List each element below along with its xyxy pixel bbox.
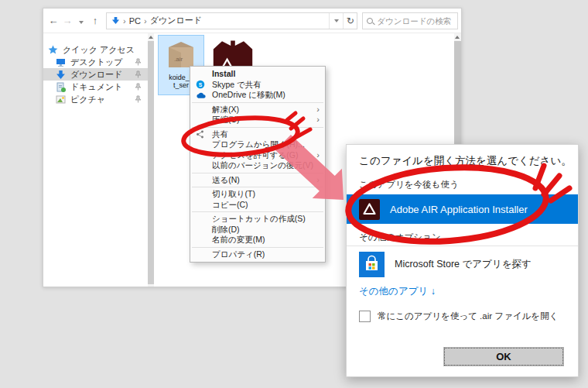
search-input[interactable] (377, 16, 453, 26)
sidebar-item-label: ドキュメント (70, 81, 123, 93)
back-button[interactable]: ← (46, 15, 60, 26)
dialog-title: このファイルを開く方法を選んでください。 (359, 154, 572, 168)
menu-item-create-shortcut[interactable]: ショートカットの作成(S) (190, 214, 325, 225)
back-icon: ← (49, 15, 59, 26)
menu-item-properties[interactable]: プロパティ(R) (190, 249, 325, 260)
breadcrumb-separator: › (144, 16, 147, 26)
menu-separator (192, 211, 323, 212)
refresh-button[interactable]: ↻ (343, 13, 357, 29)
air-extension-label: .air (174, 56, 183, 63)
sidebar-scrollbar-thumb[interactable] (148, 41, 154, 284)
more-apps-link[interactable]: その他のアプリ ↓ (359, 285, 436, 298)
menu-item-label: 以前のバージョンの復元(V) (212, 160, 313, 171)
pin-icon[interactable] (134, 95, 142, 103)
up-icon: ↑ (93, 15, 98, 26)
submenu-chevron-icon: › (316, 115, 320, 125)
menu-item-label: Install (212, 69, 235, 80)
always-use-row: 常にこのアプリを使って .air ファイルを開く (359, 311, 558, 322)
menu-item-label: 名前の変更(M) (212, 235, 265, 246)
pin-icon[interactable] (134, 58, 142, 66)
menu-separator (192, 187, 323, 187)
up-button[interactable]: ↑ (88, 15, 102, 26)
menu-item-send-to[interactable]: 送る(N)› (190, 175, 325, 186)
breadcrumb-pc[interactable]: PC (129, 16, 141, 26)
adobe-air-logo-icon (359, 199, 380, 220)
sidebar-item-downloads[interactable]: ダウンロード (43, 68, 148, 81)
pin-icon[interactable] (134, 83, 142, 91)
submenu-chevron-icon: › (316, 175, 320, 186)
menu-item-label: ショートカットの作成(S) (212, 214, 306, 225)
app-option-label: Adobe AIR Application Installer (390, 204, 528, 215)
menu-item-open-with[interactable]: プログラムから開く(H)... (190, 139, 325, 150)
menu-item-share-skype[interactable]: S Skype で共有 (190, 80, 325, 91)
menu-item-label: プロパティ(R) (212, 249, 265, 260)
menu-item-label: 切り取り(T) (212, 189, 255, 200)
always-use-checkbox[interactable] (359, 311, 371, 322)
pin-icon[interactable] (134, 70, 142, 78)
menu-separator (192, 247, 323, 248)
address-dropdown-button[interactable] (329, 13, 343, 29)
sidebar-item-quick-access[interactable]: クイック アクセス (43, 43, 148, 56)
recent-locations-button[interactable] (74, 15, 88, 26)
store-option-label: Microsoft Store でアプリを探す (395, 258, 532, 271)
downloads-icon (56, 70, 66, 80)
onedrive-icon (196, 90, 207, 101)
submenu-chevron-icon: › (316, 150, 320, 161)
pictures-icon (56, 94, 66, 105)
skype-icon: S (196, 80, 207, 91)
menu-item-install[interactable]: Install (190, 69, 325, 80)
search-icon (367, 18, 373, 24)
menu-item-label: プログラムから開く(H)... (212, 139, 305, 150)
keep-using-label: このアプリを今後も使う (359, 179, 459, 191)
sidebar-scrollbar[interactable] (148, 33, 154, 287)
store-option-row[interactable]: Microsoft Store でアプリを探す (359, 251, 532, 277)
menu-item-label: 送る(N) (212, 175, 240, 186)
skype-letter: S (199, 82, 203, 88)
menu-item-extract[interactable]: 解凍(X)› (190, 105, 325, 115)
navigation-pane: クイック アクセス デスクトップ ダウンロード ドキュメン (43, 33, 148, 287)
menu-item-give-access[interactable]: アクセスを許可する(G)› (190, 150, 325, 161)
microsoft-store-icon (359, 252, 385, 277)
sidebar-item-desktop[interactable]: デスクトップ (43, 56, 148, 68)
refresh-icon: ↻ (347, 15, 354, 26)
menu-item-move-onedrive[interactable]: OneDrive に移動(M) (190, 90, 325, 101)
breadcrumb-separator: › (123, 16, 126, 26)
menu-item-rename[interactable]: 名前の変更(M) (190, 235, 325, 246)
share-icon (196, 129, 207, 140)
forward-button[interactable]: → (60, 15, 74, 26)
sidebar-item-pictures[interactable]: ピクチャ (43, 93, 148, 105)
breadcrumb-downloads[interactable]: ダウンロード (150, 15, 202, 26)
menu-item-label: アクセスを許可する(G) (212, 150, 298, 161)
always-use-label: 常にこのアプリを使って .air ファイルを開く (378, 311, 558, 322)
quick-access-star-icon (48, 45, 58, 55)
sidebar-item-label: ピクチャ (70, 94, 105, 105)
dialog-divider (347, 246, 578, 246)
menu-item-copy[interactable]: コピー(C) (190, 200, 325, 211)
scroll-up-icon (455, 36, 460, 39)
menu-item-label: 共有 (212, 129, 228, 140)
menu-item-label: 解凍(X) (212, 105, 239, 115)
sidebar-item-label: ダウンロード (70, 69, 122, 81)
explorer-toolbar: ← → ↑ › PC › ダウンロード ↻ (43, 9, 461, 33)
open-with-dialog: このファイルを開く方法を選んでください。 このアプリを今後も使う Adobe A… (346, 144, 579, 377)
sidebar-item-documents[interactable]: ドキュメント (43, 81, 148, 93)
desktop-icon (56, 57, 66, 67)
menu-item-label: 圧縮(U) (212, 115, 240, 125)
menu-item-cut[interactable]: 切り取り(T) (190, 189, 325, 200)
menu-item-delete[interactable]: 削除(D) (190, 225, 325, 235)
ok-button[interactable]: OK (444, 348, 563, 366)
app-option-adobe-air[interactable]: Adobe AIR Application Installer (347, 194, 578, 224)
search-box[interactable] (362, 12, 458, 29)
menu-separator (192, 102, 323, 103)
menu-item-restore-versions[interactable]: 以前のバージョンの復元(V) (190, 160, 325, 171)
menu-item-compress[interactable]: 圧縮(U)› (190, 115, 325, 125)
other-options-label: その他のオプション (359, 232, 441, 243)
chevron-down-icon (79, 21, 84, 24)
menu-item-label: OneDrive に移動(M) (212, 90, 285, 101)
forward-icon: → (63, 15, 73, 26)
menu-item-label: Skype で共有 (212, 80, 262, 91)
menu-item-share[interactable]: 共有 (190, 129, 325, 140)
context-menu: Install S Skype で共有 OneDrive に移動(M) 解凍(X… (190, 66, 326, 263)
menu-separator (192, 173, 323, 173)
address-bar[interactable]: › PC › ダウンロード ↻ (106, 12, 357, 29)
